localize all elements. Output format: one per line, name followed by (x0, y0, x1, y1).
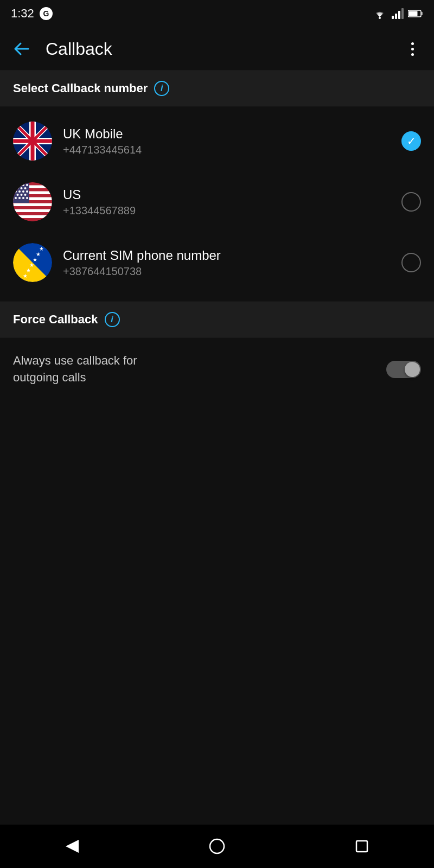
svg-point-30 (26, 190, 28, 193)
nav-recents-button[interactable] (346, 830, 378, 863)
svg-point-50 (210, 839, 224, 853)
svg-rect-1 (392, 16, 394, 19)
svg-point-24 (17, 187, 19, 189)
svg-marker-49 (66, 840, 79, 853)
svg-point-33 (24, 194, 27, 196)
status-left: 1:32 G (11, 7, 53, 21)
svg-point-37 (26, 197, 28, 199)
svg-text:★: ★ (42, 243, 46, 246)
uk-mobile-text: UK Mobile +447133445614 (63, 126, 391, 156)
app-bar: Callback (0, 27, 434, 71)
svg-rect-6 (409, 11, 418, 16)
svg-point-35 (18, 197, 21, 199)
svg-rect-16 (13, 203, 52, 207)
svg-rect-17 (13, 209, 52, 213)
select-callback-header: Select Callback number i (0, 71, 434, 106)
page-title: Callback (46, 39, 388, 59)
force-callback-header: Force Callback i (0, 302, 434, 337)
svg-rect-2 (395, 14, 397, 19)
more-menu-button[interactable] (399, 36, 425, 62)
sim-text: Current SIM phone number +387644150738 (63, 248, 391, 278)
sim-name: Current SIM phone number (63, 248, 391, 263)
signal-icon (392, 8, 404, 19)
force-callback-title: Force Callback (13, 312, 98, 327)
force-callback-toggle-row: Always use callback foroutgoing calls (0, 337, 434, 401)
svg-rect-51 (356, 841, 367, 852)
force-callback-label: Always use callback foroutgoing calls (13, 353, 378, 386)
sim-number: +387644150738 (63, 265, 391, 278)
svg-text:★: ★ (23, 273, 28, 279)
status-bar: 1:32 G (0, 0, 434, 27)
list-item[interactable]: ★ ★ ★ ★ ★ ★ ★ ★ Current SIM phone number… (0, 232, 434, 293)
uk-flag-icon (13, 122, 52, 161)
svg-point-26 (24, 187, 27, 189)
uk-mobile-radio[interactable]: ✓ (401, 131, 421, 151)
svg-point-28 (18, 190, 21, 193)
svg-rect-13 (13, 186, 52, 189)
list-item[interactable]: US +13344567889 (0, 171, 434, 232)
us-text: US +13344567889 (63, 187, 391, 217)
g-icon: G (40, 7, 53, 20)
svg-rect-3 (398, 11, 400, 19)
uk-mobile-number: +447133445614 (63, 144, 391, 156)
svg-point-36 (22, 197, 24, 199)
us-radio[interactable] (401, 192, 421, 212)
us-number: +13344567889 (63, 205, 391, 217)
svg-point-25 (21, 187, 23, 189)
force-callback-toggle[interactable] (386, 361, 421, 378)
svg-point-27 (15, 190, 17, 193)
ba-flag-icon: ★ ★ ★ ★ ★ ★ ★ ★ (13, 243, 52, 282)
uk-mobile-name: UK Mobile (63, 126, 391, 142)
svg-point-23 (26, 184, 28, 186)
svg-point-21 (18, 184, 21, 186)
toggle-knob (405, 362, 420, 377)
callback-number-list: UK Mobile +447133445614 ✓ (0, 106, 434, 297)
nav-bar (0, 825, 434, 868)
select-callback-info-icon[interactable]: i (154, 81, 169, 96)
svg-point-32 (21, 194, 23, 196)
svg-point-22 (22, 184, 24, 186)
sim-radio[interactable] (401, 253, 421, 272)
battery-icon (408, 9, 423, 18)
svg-rect-4 (401, 8, 404, 19)
svg-rect-18 (13, 215, 52, 219)
status-time: 1:32 (11, 7, 34, 21)
back-button[interactable] (9, 36, 35, 62)
status-right (372, 8, 423, 19)
svg-point-34 (15, 197, 17, 199)
us-name: US (63, 187, 391, 202)
svg-point-31 (17, 194, 19, 196)
svg-text:★: ★ (20, 278, 23, 282)
svg-point-29 (22, 190, 24, 193)
svg-point-20 (15, 184, 17, 186)
list-item[interactable]: UK Mobile +447133445614 ✓ (0, 111, 434, 171)
nav-back-button[interactable] (56, 830, 88, 863)
wifi-icon (372, 8, 387, 19)
nav-home-button[interactable] (201, 830, 233, 863)
us-flag-icon (13, 182, 52, 221)
force-callback-info-icon[interactable]: i (105, 312, 120, 327)
svg-point-0 (379, 17, 381, 19)
select-callback-title: Select Callback number (13, 81, 148, 95)
svg-rect-7 (421, 12, 423, 15)
